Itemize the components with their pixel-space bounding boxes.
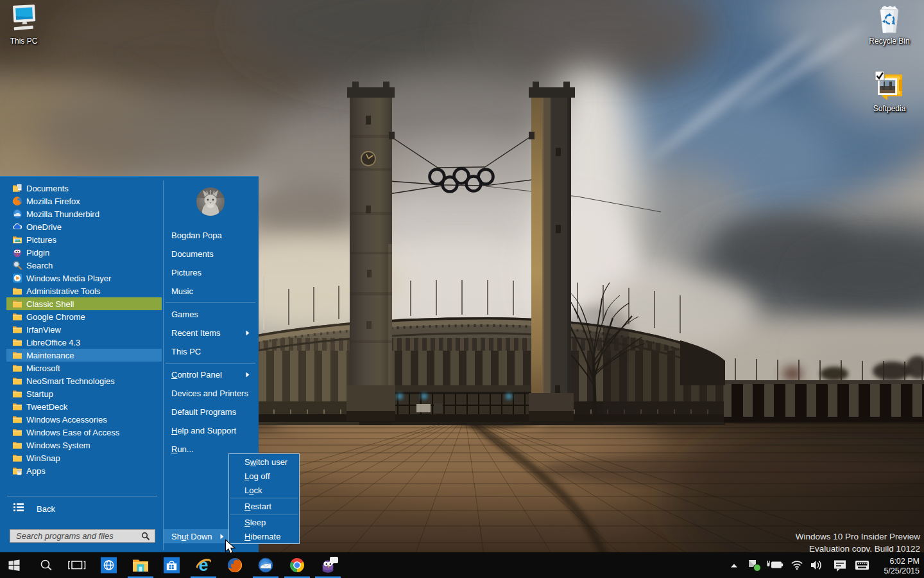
svg-text:e: e xyxy=(198,556,208,575)
svg-text:5/25/2015: 5/25/2015 xyxy=(884,566,920,575)
svg-text:6:02 PM: 6:02 PM xyxy=(889,557,920,566)
